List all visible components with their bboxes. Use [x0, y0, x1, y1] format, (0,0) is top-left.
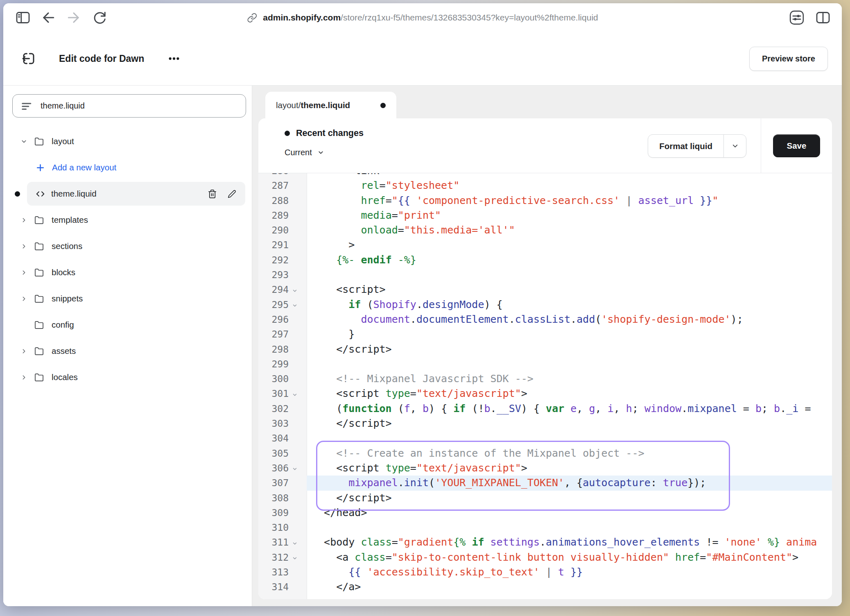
code-line-296[interactable]: 296 document.documentElement.classList.a…	[258, 312, 832, 327]
tree-folder-config[interactable]: config	[3, 312, 252, 338]
tree-file-theme.liquid[interactable]: theme.liquid	[3, 181, 252, 207]
fold-spacer	[289, 313, 307, 328]
line-number: 314	[258, 580, 289, 594]
file-row[interactable]: theme.liquid	[27, 182, 245, 206]
fold-chevron-icon[interactable]	[289, 462, 307, 476]
code-text: <!-- Mixpanel Javascript SDK -->	[307, 371, 832, 386]
exit-code-editor-icon[interactable]	[21, 51, 36, 66]
code-line-306[interactable]: 306 <script type="text/javascript">	[258, 461, 832, 476]
recent-changes-dot	[285, 131, 290, 136]
fold-spacer	[289, 432, 307, 446]
more-actions-icon[interactable]	[168, 52, 180, 65]
code-line-289[interactable]: 289 media="print"	[258, 208, 832, 223]
fold-chevron-icon[interactable]	[289, 536, 307, 550]
fold-spacer	[289, 580, 307, 595]
add-layout-label: Add a new layout	[52, 163, 116, 172]
fold-spacer	[289, 173, 307, 179]
fold-spacer	[289, 506, 307, 521]
code-line-297[interactable]: 297 }	[258, 327, 832, 342]
code-line-311[interactable]: 311 <body class="gradient{% if settings.…	[258, 535, 832, 550]
modified-dot	[15, 191, 20, 197]
tree-folder-snippets[interactable]: snippets	[3, 285, 252, 312]
fold-spacer	[289, 447, 307, 462]
tab-theme-liquid[interactable]: layout/theme.liquid	[265, 92, 396, 119]
code-line-300[interactable]: 300 <!-- Mixpanel Javascript SDK -->	[258, 371, 832, 386]
code-text: </script>	[307, 416, 832, 431]
line-number: 286	[258, 173, 289, 178]
tree-folder-layout[interactable]: layout	[3, 128, 252, 154]
tree-folder-sections[interactable]: sections	[3, 233, 252, 259]
code-line-295[interactable]: 295 if (Shopify.designMode) {	[258, 297, 832, 312]
line-number: 313	[258, 565, 289, 580]
folder-icon	[34, 137, 52, 146]
search-input[interactable]	[40, 101, 237, 111]
code-line-290[interactable]: 290 onload="this.media='all'"	[258, 223, 832, 238]
line-number: 298	[258, 342, 289, 357]
link-icon	[247, 13, 257, 23]
split-view-icon[interactable]	[815, 9, 831, 26]
code-line-293[interactable]: 293	[258, 267, 832, 282]
code-line-308[interactable]: 308 </script>	[258, 491, 832, 505]
save-button[interactable]: Save	[773, 134, 820, 157]
tree-folder-locales[interactable]: locales	[3, 364, 252, 390]
fold-chevron-icon[interactable]	[289, 298, 307, 313]
code-line-310[interactable]: 310	[258, 520, 832, 535]
code-line-292[interactable]: 292 {%- endif -%}	[258, 253, 832, 267]
fold-chevron-icon[interactable]	[289, 551, 307, 566]
sidebar-toggle-icon[interactable]	[15, 9, 31, 26]
code-line-298[interactable]: 298 </script>	[258, 342, 832, 357]
unsaved-changes-dot	[380, 103, 386, 108]
add-new-layout-link[interactable]: Add a new layout	[3, 154, 252, 181]
chevron-right-icon[interactable]	[16, 348, 34, 355]
address-bar[interactable]: admin.shopify.com/store/rzq1xu-f5/themes…	[247, 3, 598, 32]
chevron-right-icon[interactable]	[16, 269, 34, 276]
line-number: 289	[258, 208, 289, 223]
chevron-right-icon[interactable]	[16, 217, 34, 224]
chevron-right-icon[interactable]	[16, 295, 34, 302]
code-line-291[interactable]: 291 >	[258, 238, 832, 252]
file-search-box[interactable]	[12, 94, 246, 118]
tree-folder-blocks[interactable]: blocks	[3, 259, 252, 285]
code-line-287[interactable]: 287 rel="stylesheet"	[258, 178, 832, 193]
fold-chevron-icon[interactable]	[289, 283, 307, 298]
code-line-304[interactable]: 304	[258, 431, 832, 446]
code-line-312[interactable]: 312 <a class="skip-to-content-link butto…	[258, 550, 832, 565]
code-line-309[interactable]: 309 </head>	[258, 505, 832, 520]
line-number: 292	[258, 253, 289, 267]
code-text: rel="stylesheet"	[307, 178, 832, 193]
delete-file-icon[interactable]	[208, 189, 217, 199]
version-dropdown[interactable]: Current	[285, 148, 324, 157]
code-text: <script type="text/javascript">	[307, 386, 832, 401]
back-icon[interactable]	[40, 9, 57, 26]
chevron-down-icon[interactable]	[16, 138, 34, 145]
forward-icon[interactable]	[66, 9, 82, 26]
code-line-302[interactable]: 302 (function (f, b) { if (!b.__SV) { va…	[258, 401, 832, 416]
page-title: Edit code for Dawn	[59, 53, 144, 64]
tree-folder-assets[interactable]: assets	[3, 338, 252, 364]
fold-spacer	[289, 209, 307, 224]
code-line-299[interactable]: 299	[258, 357, 832, 371]
code-line-303[interactable]: 303 </script>	[258, 416, 832, 431]
browser-settings-icon[interactable]	[789, 9, 805, 26]
code-line-313[interactable]: 313 {{ 'accessibility.skip_to_text' | t …	[258, 565, 832, 580]
format-options-chevron-icon[interactable]	[724, 135, 746, 157]
code-editor[interactable]: 286 <link287 rel="stylesheet"288 href="{…	[258, 173, 832, 599]
tree-folder-templates[interactable]: templates	[3, 207, 252, 233]
rename-file-icon[interactable]	[228, 190, 236, 198]
chevron-right-icon[interactable]	[16, 374, 34, 381]
line-number: 306	[258, 461, 289, 476]
code-line-305[interactable]: 305 <!-- Create an instance of the Mixpa…	[258, 446, 832, 461]
format-liquid-button[interactable]: Format liquid	[648, 134, 746, 158]
code-line-314[interactable]: 314 </a>	[258, 580, 832, 594]
preview-store-button[interactable]: Preview store	[749, 47, 828, 71]
reload-icon[interactable]	[91, 9, 107, 26]
code-line-286[interactable]: 286 <link	[258, 173, 832, 178]
folder-icon	[34, 346, 52, 356]
chevron-right-icon[interactable]	[16, 243, 34, 250]
code-line-301[interactable]: 301 <script type="text/javascript">	[258, 386, 832, 401]
fold-chevron-icon[interactable]	[289, 387, 307, 402]
code-line-294[interactable]: 294 <script>	[258, 282, 832, 297]
code-text: </script>	[307, 491, 832, 505]
code-line-288[interactable]: 288 href="{{ 'component-predictive-searc…	[258, 193, 832, 208]
code-line-307[interactable]: 307 mixpanel.init('YOUR_MIXPANEL_TOKEN',…	[258, 476, 832, 490]
